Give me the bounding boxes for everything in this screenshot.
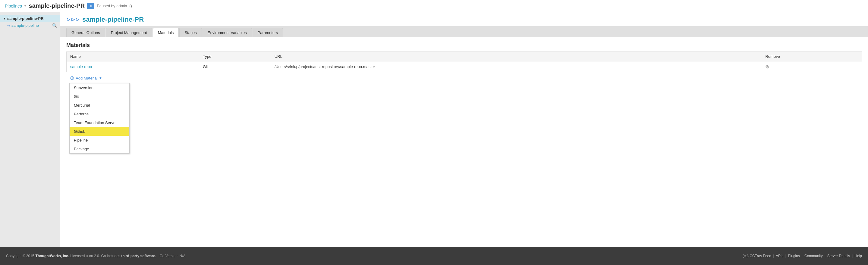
materials-table: Name Type URL Remove sample-repo Git /Us…: [66, 52, 862, 72]
paused-text: Paused by admin (): [97, 4, 132, 8]
sidebar-item-sub-pipeline[interactable]: ↪ sample-pipeline 🔍: [0, 22, 60, 29]
tab-bar: General Options Project Management Mater…: [60, 26, 868, 37]
main-layout: ▼ sample-pipeline-PR ↪ sample-pipeline 🔍…: [0, 12, 868, 247]
material-url-cell: /Users/sriniup/projects/test-repository/…: [271, 61, 762, 72]
dropdown-item-perforce[interactable]: Perforce: [70, 110, 129, 118]
dropdown-item-subversion[interactable]: Subversion: [70, 84, 129, 92]
header-pipeline-name: sample-pipeline-PR: [29, 2, 85, 9]
search-icon[interactable]: 🔍: [52, 23, 57, 28]
col-header-type: Type: [199, 52, 271, 61]
breadcrumb-chevron: »: [24, 4, 27, 8]
pipelines-link[interactable]: Pipelines: [5, 4, 22, 8]
col-header-url: URL: [271, 52, 762, 61]
col-header-name: Name: [67, 52, 199, 61]
add-circle-icon: ⊕: [70, 75, 74, 81]
add-material-row: ⊕ Add Material ▼ Subversion Git Mercuria…: [66, 72, 862, 84]
sidebar-pipeline-label: sample-pipeline-PR: [7, 16, 44, 21]
col-header-remove: Remove: [762, 52, 862, 61]
sidebar: ▼ sample-pipeline-PR ↪ sample-pipeline 🔍: [0, 12, 60, 247]
table-row: sample-repo Git /Users/sriniup/projects/…: [67, 61, 862, 72]
dropdown-item-mercurial[interactable]: Mercurial: [70, 101, 129, 110]
sidebar-sub-label: sample-pipeline: [11, 23, 39, 28]
sidebar-item-pipeline[interactable]: ▼ sample-pipeline-PR: [0, 15, 60, 22]
material-name-link[interactable]: sample-repo: [70, 64, 92, 69]
pause-button[interactable]: ⏸: [87, 3, 94, 9]
tab-general-options[interactable]: General Options: [66, 28, 105, 37]
material-name-cell: sample-repo: [67, 61, 199, 72]
tab-parameters[interactable]: Parameters: [253, 28, 283, 37]
dropdown-item-tfs[interactable]: Team Foundation Server: [70, 118, 129, 127]
dropdown-item-git[interactable]: Git: [70, 92, 129, 101]
materials-section: Materials Name Type URL Remove sample-re…: [60, 37, 868, 89]
add-material-label: Add Material: [76, 76, 98, 80]
content-area: ⊳⊳⊳ sample-pipeline-PR General Options P…: [60, 12, 868, 247]
dropdown-item-github[interactable]: Github: [70, 127, 129, 136]
tab-materials[interactable]: Materials: [153, 28, 179, 37]
sidebar-arrow-icon: ▼: [3, 17, 6, 20]
tab-project-management[interactable]: Project Management: [106, 28, 152, 37]
tab-environment-variables[interactable]: Environment Variables: [203, 28, 252, 37]
material-remove-cell: ⊗: [762, 61, 862, 72]
materials-title: Materials: [66, 42, 862, 48]
remove-icon[interactable]: ⊗: [765, 64, 769, 69]
pause-icon: ⏸: [89, 4, 93, 8]
table-header-row: Name Type URL Remove: [67, 52, 862, 61]
dropdown-arrow-icon: ▼: [99, 76, 102, 80]
add-material-dropdown: Subversion Git Mercurial Perforce Team F…: [69, 83, 130, 154]
content-title: sample-pipeline-PR: [82, 16, 144, 24]
pipeline-sub-icon: ↪: [7, 24, 10, 28]
tab-stages[interactable]: Stages: [179, 28, 202, 37]
top-header: Pipelines » sample-pipeline-PR ⏸ Paused …: [0, 0, 868, 12]
content-header: ⊳⊳⊳ sample-pipeline-PR: [60, 12, 868, 26]
pipeline-icon: ⊳⊳⊳: [66, 16, 80, 23]
material-type-cell: Git: [199, 61, 271, 72]
add-material-button[interactable]: ⊕ Add Material ▼: [70, 75, 102, 81]
dropdown-item-pipeline[interactable]: Pipeline: [70, 136, 129, 144]
dropdown-item-package[interactable]: Package: [70, 144, 129, 153]
